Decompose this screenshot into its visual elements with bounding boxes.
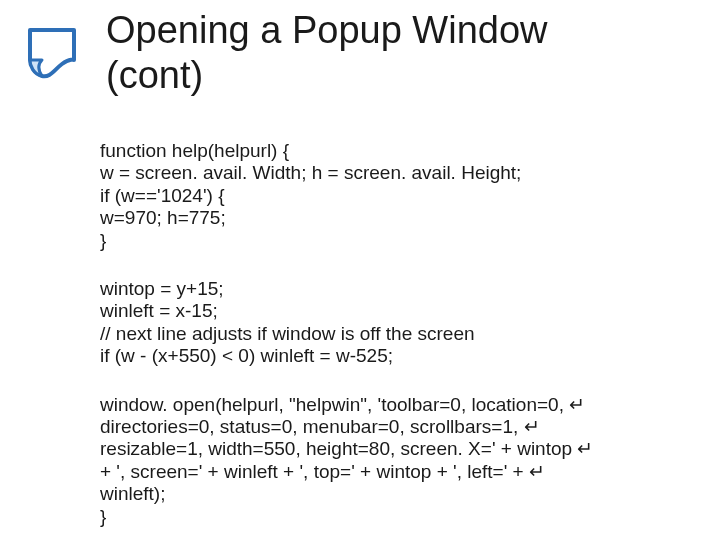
title-line-2: (cont) — [106, 54, 203, 96]
code-line: directories=0, status=0, menubar=0, scro… — [100, 416, 540, 437]
code-line: // next line adjusts if window is off th… — [100, 323, 475, 344]
code-line: } — [100, 230, 106, 251]
code-line: window. open(helpurl, "helpwin", 'toolba… — [100, 394, 585, 415]
code-line: w=970; h=775; — [100, 207, 226, 228]
code-line: function help(helpurl) { — [100, 140, 289, 161]
code-block-1: function help(helpurl) { w = screen. ava… — [100, 140, 680, 252]
code-line: w = screen. avail. Width; h = screen. av… — [100, 162, 521, 183]
code-line: + ', screen=' + winleft + ', top=' + win… — [100, 461, 545, 482]
slide-header: Opening a Popup Window (cont) — [20, 6, 700, 98]
code-line: wintop = y+15; — [100, 278, 224, 299]
page-icon-wrap — [20, 6, 106, 84]
code-line: if (w=='1024') { — [100, 185, 225, 206]
code-block-2: wintop = y+15; winleft = x-15; // next l… — [100, 278, 680, 368]
code-line: if (w - (x+550) < 0) winleft = w-525; — [100, 345, 393, 366]
slide: Opening a Popup Window (cont) function h… — [0, 0, 720, 540]
page-icon — [20, 24, 86, 84]
code-block-3: window. open(helpurl, "helpwin", 'toolba… — [100, 394, 680, 528]
slide-body: function help(helpurl) { w = screen. ava… — [100, 140, 680, 540]
code-line: resizable=1, width=550, height=80, scree… — [100, 438, 593, 459]
code-line: winleft); — [100, 483, 165, 504]
code-line: } — [100, 506, 106, 527]
slide-title: Opening a Popup Window (cont) — [106, 6, 548, 98]
code-line: winleft = x-15; — [100, 300, 218, 321]
title-line-1: Opening a Popup Window — [106, 9, 548, 51]
